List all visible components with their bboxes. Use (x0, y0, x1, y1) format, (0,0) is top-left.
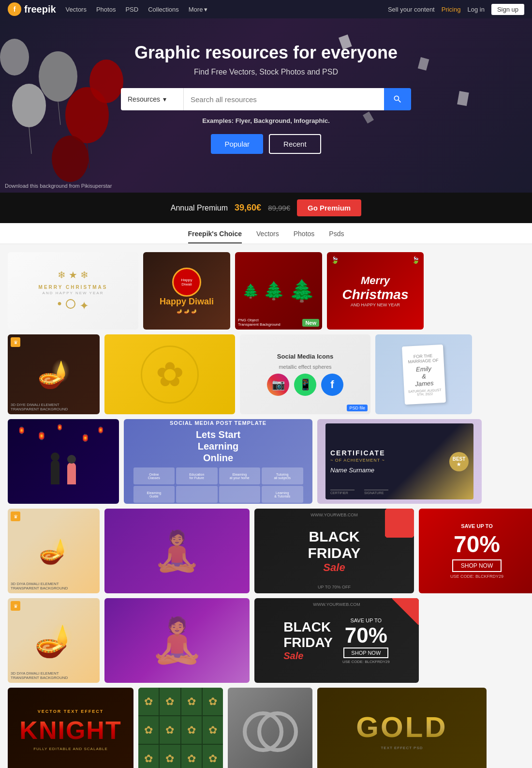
ball-icon: ● (57, 299, 62, 313)
logo[interactable]: f freepik (8, 2, 56, 16)
rings-svg (239, 705, 302, 753)
card-purple-wide[interactable]: 🧘 (104, 598, 250, 683)
bf2-shop-btn[interactable]: SHOP NOW (343, 648, 388, 658)
nav-psd[interactable]: PSD (125, 6, 138, 13)
learning-title: SOCIAL MEDIA POST TEMPLATE (170, 420, 266, 426)
learning-hero-text: Lets StartLearningOnline (196, 429, 240, 464)
tab-freepik-choice[interactable]: Freepik's Choice (188, 230, 242, 243)
tab-photos[interactable]: Photos (294, 230, 315, 243)
card-mandala[interactable]: ✿ (104, 334, 235, 414)
and-happy-text: AND HAPPY NEW YEAR (342, 302, 409, 307)
bf2-70-text: 70% (342, 623, 390, 648)
card-green-pattern[interactable]: ✿ ✿ ✿ ✿ ✿ ✿ ✿ ✿ ✿ ✿ ✿ ✿ (138, 688, 223, 768)
recent-button[interactable]: Recent (269, 134, 321, 154)
learning-cell-6 (176, 486, 218, 503)
logo-icon: f (8, 2, 21, 16)
go-premium-button[interactable]: Go Premium (297, 199, 361, 216)
lanterns-content: 🏮 🏮 🏮 🏮 🏮 (8, 419, 119, 494)
ornament-icon (66, 299, 75, 309)
save-up-to-text: SAVE UP TO (461, 523, 492, 529)
cert-line1: CERTIFIER (330, 490, 355, 495)
nav-signup[interactable]: Sign up (491, 4, 524, 15)
hero-title: Graphic resources for everyone (10, 43, 522, 63)
card-knight[interactable]: VECTOR TEXT EFFECT KNIGHT FULLY EDITABLE… (8, 688, 133, 768)
tree3-icon: 🌲 (289, 278, 315, 303)
card-rings[interactable] (228, 688, 312, 768)
pattern-cell-1: ✿ (138, 688, 159, 715)
nav-photos[interactable]: Photos (96, 6, 116, 13)
person2-head (67, 455, 76, 464)
card-trees[interactable]: 🌲 🌲 🌲 New PNG ObjectTransparent Backgrou… (235, 252, 322, 330)
fb-symbol: f (330, 378, 334, 391)
top-ornaments: 🍃 🍃 (331, 256, 420, 264)
gold-sub-text: TEXT EFFECT PSD (381, 746, 423, 750)
nav-pricing[interactable]: Pricing (442, 6, 461, 13)
card-social-icons[interactable]: Social Media Icons metallic effect spher… (240, 334, 370, 414)
wedding-bg: FOR THE MARRIAGE OF Emily&James SATURDAY… (375, 334, 472, 414)
card-wedding[interactable]: FOR THE MARRIAGE OF Emily&James SATURDAY… (375, 334, 472, 414)
lanterns-bg: 🏮 🏮 🏮 🏮 🏮 (8, 419, 119, 504)
card-sky-lanterns[interactable]: 🏮 🏮 🏮 🏮 🏮 (8, 419, 119, 504)
learning-bg: SOCIAL MEDIA POST TEMPLATE Lets StartLea… (124, 419, 312, 504)
pattern-cell-5: ✿ (138, 716, 159, 744)
diwali-element2-label: 3D DIYA DIWALI ELEMENTTRANSPARENT BACKGR… (11, 582, 68, 590)
search-type-dropdown[interactable]: Resources ▾ (121, 88, 184, 110)
pattern-cell-9: ✿ (138, 745, 159, 768)
mandala-shape: ✿ (141, 346, 199, 404)
black-friday-bg: WWW.YOURWEB.COM BLACK FRIDAY Sale UP TO … (254, 509, 414, 593)
psd-badge: PSD file (347, 405, 368, 411)
social-subtitle: metallic effect spheres (279, 364, 331, 370)
card-diwali-element3[interactable]: 🪔 ♛ 3D DIYA DIWALI ELEMENTTRANSPARENT BA… (8, 598, 100, 683)
cert-siglines: CERTIFIER SIGNATURE (330, 490, 388, 495)
nav-vectors[interactable]: Vectors (66, 6, 87, 13)
card-diwali-girl[interactable]: HappyDiwali Happy Diwali 🪔 🪔 🪔 (143, 252, 230, 330)
star-icon: ★ (69, 269, 77, 281)
tabs-bar: Freepik's Choice Vectors Photos Psds (0, 223, 532, 244)
grid-row-6: VECTOR TEXT EFFECT KNIGHT FULLY EDITABLE… (8, 688, 524, 768)
grid-row-4: 🪔 ♛ 3D DIYA DIWALI ELEMENTTRANSPARENT BA… (8, 509, 524, 593)
hero-section: Graphic resources for everyone Find Free… (0, 18, 532, 193)
lantern4-icon: 🏮 (81, 434, 90, 442)
nav-collections[interactable]: Collections (148, 6, 179, 13)
search-button[interactable] (384, 88, 411, 110)
shop-now-button[interactable]: SHOP NOW (452, 559, 502, 572)
bf2-content: BLACK FRIDAY Sale SAVE UP TO 70% SHOP NO… (283, 617, 389, 664)
mandala-flower-icon: ✿ (156, 355, 184, 394)
christmas1-content: ❄ ★ ❄ MERRY CHRISTMAS AND HAPPY NEW YEAR… (34, 264, 113, 317)
merry-text: Merry (342, 274, 409, 287)
facebook-icon: f (321, 374, 343, 396)
rings-bg (228, 688, 312, 768)
wedding-for-text: FOR THE MARRIAGE OF (405, 352, 441, 364)
leaf-icon: 🍃 (331, 256, 339, 264)
bf2-save-text: SAVE UP TO (342, 617, 390, 623)
examples-list: Flyer, Background, Infographic. (236, 117, 330, 124)
search-input[interactable] (184, 88, 384, 110)
diya-icon: 🪔 (37, 359, 71, 390)
card-xmas-red[interactable]: Merry Christmas AND HAPPY NEW YEAR 🍃 🍃 (327, 252, 424, 330)
nav-sell[interactable]: Sell your content (388, 6, 435, 13)
card-black-friday-wide[interactable]: WWW.YOURWEB.COM BLACK FRIDAY Sale SAVE U… (254, 598, 419, 683)
nav-login[interactable]: Log in (467, 6, 484, 13)
nav-more[interactable]: More ▾ (189, 6, 208, 13)
card-christmas-merry[interactable]: ❄ ★ ❄ MERRY CHRISTMAS AND HAPPY NEW YEAR… (8, 252, 138, 330)
diwali-element-bg: 🪔 (8, 509, 100, 593)
red-triangle (392, 598, 419, 625)
card-certificate[interactable]: CERTIFICATE ~ OF ACHIEVEMENT ~ Name Surn… (317, 419, 482, 504)
card-purple-figure[interactable]: 🧘 (104, 509, 250, 593)
lantern5-icon: 🏮 (97, 426, 104, 434)
card-diwali-3d[interactable]: 🪔 ♛ 3D DIYE DIWALI ELEMENTTRANSPARENT BA… (8, 334, 100, 414)
card-diwali-element2[interactable]: 🪔 ♛ 3D DIYA DIWALI ELEMENTTRANSPARENT BA… (8, 509, 100, 593)
star2-icon: ✦ (79, 299, 89, 313)
diwali-lamps: 🪔 🪔 🪔 (177, 309, 197, 314)
pattern-bg: ✿ ✿ ✿ ✿ ✿ ✿ ✿ ✿ ✿ ✿ ✿ ✿ (138, 688, 223, 768)
tab-psds[interactable]: Psds (329, 230, 344, 243)
card-learning-online[interactable]: SOCIAL MEDIA POST TEMPLATE Lets StartLea… (124, 419, 312, 504)
tab-vectors[interactable]: Vectors (256, 230, 279, 243)
social-bg: Social Media Icons metallic effect spher… (240, 334, 370, 414)
pattern-cell-7: ✿ (181, 716, 202, 744)
card-gold[interactable]: GOLD TEXT EFFECT PSD (317, 688, 487, 768)
pattern-cell-8: ✿ (203, 716, 223, 744)
card-black-friday[interactable]: WWW.YOURWEB.COM BLACK FRIDAY Sale UP TO … (254, 509, 414, 593)
card-save70[interactable]: SAVE UP TO 70% SHOP NOW USE CODE: BLCKFR… (419, 509, 532, 593)
popular-button[interactable]: Popular (211, 134, 263, 154)
